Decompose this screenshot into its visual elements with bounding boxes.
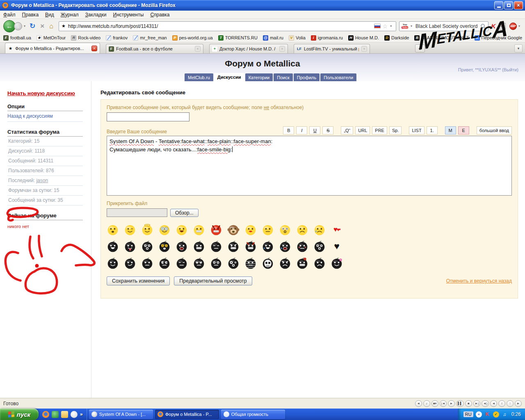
- bookmark-item-7[interactable]: @mail.ru: [263, 35, 283, 41]
- winamp-quicklaunch-icon[interactable]: [71, 411, 78, 418]
- emoticon-sleeping[interactable]: [176, 257, 188, 269]
- url-dropdown-icon[interactable]: ▾: [390, 24, 392, 28]
- media-button-10[interactable]: i: [498, 400, 505, 407]
- adblock-dropdown-icon[interactable]: ▾: [518, 24, 520, 28]
- emoticon-worried[interactable]: [313, 257, 326, 269]
- media-button-2[interactable]: ■▾: [431, 400, 438, 407]
- media-button-6[interactable]: ■: [465, 400, 472, 407]
- close-button[interactable]: ×: [514, 1, 523, 9]
- emoticon-blush[interactable]: [296, 240, 308, 253]
- emoticon-hearts[interactable]: ♥♥♥: [331, 224, 343, 236]
- emoticon-laugh-loud[interactable]: [107, 240, 119, 253]
- menu-item-0[interactable]: Файл: [0, 11, 19, 18]
- user-greeting[interactable]: Привет, **ILYUXAS** (Выйти): [458, 67, 518, 72]
- emoticon-skull[interactable]: [262, 257, 274, 269]
- audio-quicklaunch-icon[interactable]: [52, 411, 59, 418]
- tab-1[interactable]: FFootball.ua - все о футболе×: [106, 44, 203, 53]
- bookmark-item-1[interactable]: ★MetOnTour: [37, 35, 66, 41]
- emoticon-laugh[interactable]: [176, 224, 188, 236]
- bookmark-item-2[interactable]: RRock-video: [71, 35, 100, 41]
- file-input[interactable]: [107, 208, 167, 217]
- folder-quicklaunch-icon[interactable]: [61, 411, 68, 418]
- reload-icon[interactable]: ↻: [30, 22, 35, 30]
- bookmark-item-4[interactable]: ╱mr_free_man: [133, 35, 167, 41]
- minimize-button[interactable]: [494, 1, 503, 9]
- stat-link[interactable]: jason: [36, 178, 48, 183]
- kaspersky-tray-icon[interactable]: K: [484, 411, 491, 418]
- restore-button[interactable]: [504, 1, 513, 9]
- emoticon-devil[interactable]: [210, 224, 222, 236]
- tab-close-icon[interactable]: ×: [91, 46, 97, 51]
- media-button-8[interactable]: ◄): [482, 400, 489, 407]
- emoticon-flip[interactable]: [313, 240, 326, 253]
- tab-0[interactable]: ★Форум о Metallica - Редактиров...×: [5, 43, 100, 53]
- emoticon-vampire[interactable]: [244, 240, 257, 253]
- emoticon-sleepy[interactable]: [210, 240, 222, 253]
- emoticon-monkey[interactable]: [227, 224, 240, 236]
- firefox-quicklaunch-icon[interactable]: [42, 411, 49, 418]
- bookmark-item-13[interactable]: AПереводчик Google: [475, 35, 523, 41]
- media-button-1[interactable]: ♪: [423, 400, 430, 407]
- media-button-5[interactable]: ▌▌: [456, 400, 464, 407]
- emoticon-nerd-glasses[interactable]: [158, 224, 171, 236]
- media-button-9[interactable]: ◄: [490, 400, 497, 407]
- browse-button[interactable]: Обзор...: [170, 209, 199, 217]
- media-button-3[interactable]: |◄: [440, 400, 447, 407]
- adblock-icon[interactable]: ABP: [509, 23, 517, 30]
- search-icon[interactable]: [480, 23, 486, 29]
- new-tab-button[interactable]: +: [415, 44, 425, 52]
- message-textarea[interactable]: System Of A Down - Tentative:face-what::…: [107, 136, 512, 196]
- media-button-12[interactable]: ►: [515, 400, 522, 407]
- emoticon-shock[interactable]: [279, 224, 291, 236]
- menu-item-2[interactable]: Вид: [42, 11, 57, 18]
- search-bar[interactable]: YouTube ▾ Black Label Society overlord: [399, 21, 488, 31]
- forum-tab-1[interactable]: Дискуссии: [214, 73, 244, 81]
- format-button-URL[interactable]: URL: [355, 126, 370, 135]
- menu-item-3[interactable]: Журнал: [57, 11, 82, 18]
- tab-3[interactable]: LFLostFilm.TV - уникальный ресурс о се..…: [294, 44, 370, 53]
- agent-tray-icon[interactable]: ✓: [493, 411, 499, 418]
- format-button-большой ввод[interactable]: большой ввод: [477, 126, 512, 135]
- taskbar-button-2[interactable]: Общая громкость: [221, 410, 285, 419]
- taskbar-button-0[interactable]: System Of A Down - [...: [89, 410, 153, 419]
- search-input[interactable]: Black Label Society overlord: [415, 23, 479, 29]
- cancel-link[interactable]: Отменить и вернуться назад: [446, 278, 512, 284]
- emoticon-stare[interactable]: [210, 257, 222, 269]
- emoticon-angel[interactable]: [141, 224, 153, 236]
- emoticon-cry-loud[interactable]: [279, 240, 291, 253]
- start-button[interactable]: пуск: [0, 409, 39, 420]
- media-button-7[interactable]: ►|: [473, 400, 480, 407]
- emoticon-tongue[interactable]: [124, 240, 136, 253]
- emoticon-smirk[interactable]: [124, 257, 136, 269]
- menu-item-6[interactable]: Справка: [147, 11, 173, 18]
- bookmark-item-6[interactable]: TTORRENTS.RU: [218, 35, 258, 41]
- bookmark-item-0[interactable]: Ffootball.ua: [3, 35, 31, 41]
- format-button-S[interactable]: S: [322, 126, 333, 135]
- tab-close-icon[interactable]: ×: [195, 46, 201, 52]
- language-indicator[interactable]: RU: [463, 411, 473, 417]
- history-dropdown-icon[interactable]: ▾: [24, 24, 25, 28]
- format-button-1.[interactable]: 1.: [427, 126, 438, 135]
- emoticon-sad[interactable]: [296, 224, 308, 236]
- forum-tab-2[interactable]: Категории: [245, 73, 273, 81]
- forum-tab-0[interactable]: MetClub.ru: [185, 73, 213, 81]
- emoticon-girl-flower[interactable]: [331, 257, 343, 269]
- tab-close-icon[interactable]: ×: [361, 46, 367, 52]
- tab-2[interactable]: +Доктор Хаус / House M.D. / Сезон: 7 ...…: [209, 44, 288, 53]
- emoticon-grin-wide[interactable]: [193, 240, 205, 253]
- emoticon-smile-big[interactable]: [107, 257, 119, 269]
- emoticon-money-eyes[interactable]: $$: [158, 240, 171, 253]
- taskbar-button-1[interactable]: Форум о Metallica - P...: [155, 410, 219, 419]
- emoticon-cry[interactable]: [313, 224, 326, 236]
- search-engine-dropdown-icon[interactable]: ▾: [411, 24, 412, 28]
- format-button-E[interactable]: E: [458, 126, 469, 135]
- emoticon-evil-teeth[interactable]: [227, 240, 240, 253]
- bookmark-item-8[interactable]: VVolia: [289, 35, 306, 41]
- preview-button[interactable]: Предварительный просмотр: [174, 276, 252, 285]
- emoticon-angry[interactable]: [279, 257, 291, 269]
- emoticon-plain-black[interactable]: [141, 257, 153, 269]
- bookmark-item-9[interactable]: iigromania.ru: [311, 35, 343, 41]
- format-button-M[interactable]: M: [445, 126, 456, 135]
- emoticon-bump[interactable]: [296, 257, 308, 269]
- stop-icon[interactable]: ×: [40, 22, 44, 30]
